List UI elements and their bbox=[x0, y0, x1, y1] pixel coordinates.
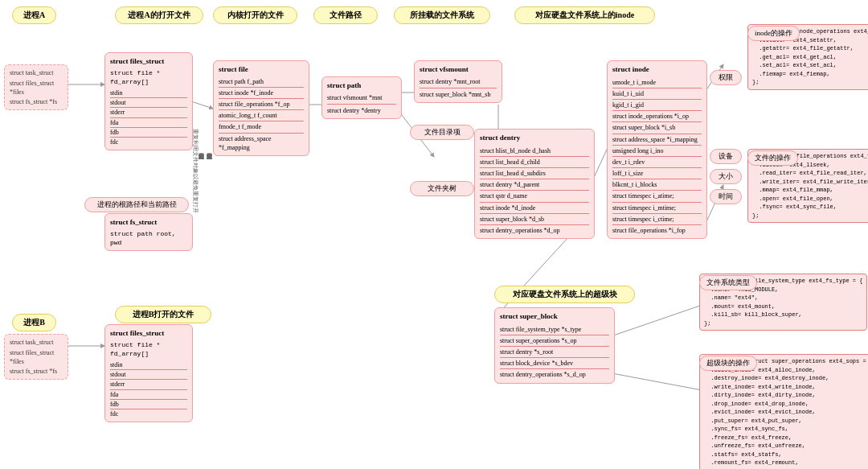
struct-inode: struct inode umode_t i_mode kuid_t i_uid… bbox=[607, 60, 707, 239]
processB-files-struct: struct files_struct struct file * fd_arr… bbox=[104, 324, 193, 422]
processA-files-struct: struct files_struct struct file * fd_arr… bbox=[104, 52, 193, 150]
title-inode: 对应硬盘文件系统上的inode bbox=[514, 6, 655, 24]
file-operations-label: 文件的操作 bbox=[747, 150, 798, 166]
processA-fs-struct: struct fs_struct struct path root, pwd bbox=[104, 213, 193, 251]
struct-path: struct path struct vfsmount *mnt struct … bbox=[321, 76, 402, 119]
inode-operations-label: inode的操作 bbox=[747, 26, 800, 41]
size-label: 大小 bbox=[710, 169, 742, 184]
struct-vfsmount: struct vfsmount struct dentry *mnt_root … bbox=[414, 60, 502, 103]
struct-dentry: struct dentry struct hlist_bl_node d_has… bbox=[474, 129, 595, 239]
super-ops-code: static const struct super_operations ext… bbox=[699, 354, 868, 469]
reuse-annotation-1: 重复利用文件对象以避免重复打开 bbox=[191, 129, 199, 213]
device-label: 设备 bbox=[710, 149, 742, 164]
title-processA: 进程A bbox=[12, 6, 56, 24]
title-super-block: 对应硬盘文件系统上的超级块 bbox=[494, 286, 635, 303]
struct-file: struct file struct path f_path struct in… bbox=[213, 60, 309, 156]
file-dir-entry-label: 文件目录项 bbox=[410, 125, 474, 140]
struct-super-block: struct super_block struct file_system_ty… bbox=[494, 307, 615, 384]
time-label: 时间 bbox=[710, 189, 742, 204]
super-ops-label: 超级块的操作 bbox=[699, 356, 757, 371]
fs-type-label: 文件系统类型 bbox=[699, 275, 757, 290]
title-processA-files: 进程A的打开文件 bbox=[115, 6, 203, 24]
title-mounted-fs: 所挂载的文件系统 bbox=[394, 6, 490, 24]
folder-tree-label: 文件夹树 bbox=[410, 181, 474, 196]
title-processB: 进程B bbox=[12, 314, 56, 331]
processB-task-struct: struct task_struct struct files_struct *… bbox=[4, 334, 68, 380]
title-file-path: 文件路径 bbox=[313, 6, 378, 24]
diagram: 进程A 进程A的打开文件 内核打开的文件 文件路径 所挂载的文件系统 对应硬盘文… bbox=[0, 0, 868, 469]
title-kernel-files: 内核打开的文件 bbox=[213, 6, 297, 24]
processA-task-struct: struct task_struct struct files_struct *… bbox=[4, 64, 68, 110]
root-path-label: 进程的根路径和当前路径 bbox=[84, 197, 189, 212]
permission-label: 权限 bbox=[710, 70, 742, 85]
title-processB-files: 进程B打开的文件 bbox=[115, 306, 211, 323]
